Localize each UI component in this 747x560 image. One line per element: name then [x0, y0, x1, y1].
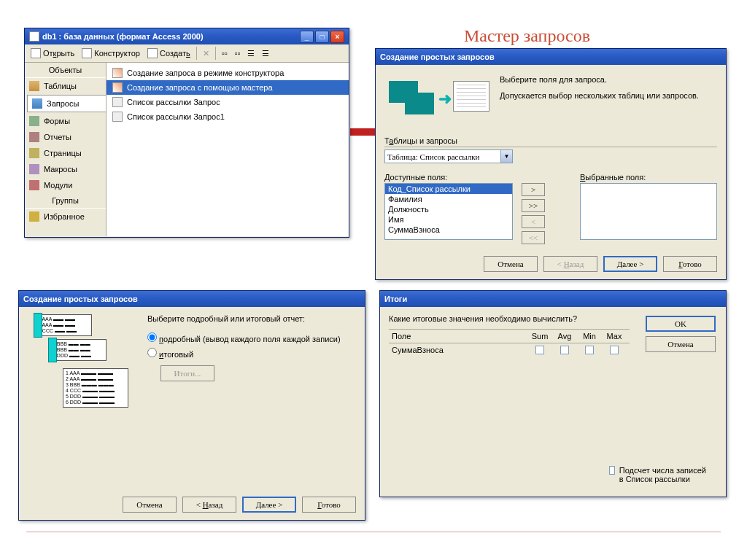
back-button[interactable]: < Назад [182, 497, 236, 513]
sidebar-objects-header: Объекты [25, 63, 106, 78]
tables-icon [29, 81, 39, 91]
sidebar-item-favorites[interactable]: Избранное [25, 209, 106, 225]
list-item[interactable]: Код_Список рассылки [385, 184, 512, 194]
add-button[interactable]: > [522, 183, 545, 196]
next-button[interactable]: Далее > [603, 256, 657, 272]
cancel-button[interactable]: Отмена [123, 497, 177, 513]
new-icon [112, 82, 123, 93]
list-item[interactable]: СуммаВзноса [385, 225, 512, 235]
db-titlebar[interactable]: db1 : база данных (формат Access 2000) _… [25, 28, 349, 44]
create-icon [147, 48, 158, 58]
sidebar-item-tables[interactable]: Таблицы [25, 78, 106, 94]
selected-listbox[interactable] [580, 183, 717, 240]
checkbox-icon [609, 466, 615, 475]
db-sidebar: Объекты Таблицы Запросы Формы Отчеты Стр… [25, 63, 107, 236]
query-icon [112, 112, 123, 122]
view-list-icon[interactable]: ☰ [244, 47, 258, 60]
summary-options-dialog: Итоги Какие итоговые значения необходимо… [379, 290, 727, 497]
remove-button[interactable]: < [522, 215, 545, 228]
wizard-graphic: 1 AAA ▬▬ ▬▬2 AAA ▬▬ ▬▬3 CCC ▬▬ ▬▬ 1 BBB … [28, 314, 130, 411]
wiz1-prompt1: Выберите поля для запроса. [500, 75, 716, 84]
list-item[interactable]: Список рассылки Запрос1 [107, 109, 349, 124]
dropdown-icon[interactable]: ▼ [500, 150, 512, 163]
new-icon [112, 68, 123, 78]
list-item[interactable]: Фамилия [385, 194, 512, 204]
sum-checkbox[interactable] [535, 346, 544, 354]
sidebar-item-macros[interactable]: Макросы [25, 161, 106, 177]
tables-select-input[interactable] [385, 150, 500, 163]
wiz2-question: Выберите подробный или итоговый отчет: [147, 314, 356, 323]
db-toolbar: Открыть Конструктор Создать ✕ ▫▫ ▫▫ ☰ ☰ [25, 44, 349, 63]
list-item[interactable]: Создание запроса с помощью мастера [107, 80, 349, 95]
db-window: db1 : база данных (формат Access 2000) _… [24, 28, 349, 238]
count-records-checkbox[interactable]: Подсчет числа записей в Список рассылки [609, 466, 711, 483]
col-sum: Sum [527, 332, 552, 341]
col-max: Max [602, 332, 627, 341]
maximize-button[interactable]: □ [315, 31, 329, 43]
reports-icon [29, 132, 39, 142]
ok-button[interactable]: OK [646, 316, 716, 332]
cancel-button[interactable]: Отмена [646, 336, 716, 352]
wiz1-titlebar[interactable]: Создание простых запросов [376, 49, 726, 65]
separator [196, 47, 197, 60]
delete-button[interactable]: ✕ [200, 47, 212, 60]
sidebar-item-forms[interactable]: Формы [25, 113, 106, 129]
create-button[interactable]: Создать [144, 47, 193, 60]
wizard-fields-dialog: Создание простых запросов ➜ Выберите пол… [375, 48, 727, 280]
finish-button[interactable]: Готово [663, 256, 717, 272]
wiz3-question: Какие итоговые значения необходимо вычис… [389, 314, 630, 323]
sidebar-item-pages[interactable]: Страницы [25, 145, 106, 161]
design-button[interactable]: Конструктор [79, 47, 143, 60]
sidebar-item-modules[interactable]: Модули [25, 177, 106, 193]
db-title: db1 : база данных (формат Access 2000) [42, 32, 204, 41]
summary-radio[interactable]: итоговый [147, 346, 356, 361]
modules-icon [29, 180, 39, 190]
count-label: Подсчет числа записей в Список рассылки [619, 466, 711, 483]
db-icon [29, 31, 39, 42]
available-label: Доступные поля: [384, 173, 447, 182]
list-item[interactable]: Создание запроса в режиме конструктора [107, 66, 349, 80]
avg-checkbox[interactable] [560, 346, 569, 354]
page-title: Мастер запросов [464, 26, 590, 46]
wiz2-title: Создание простых запросов [23, 295, 138, 303]
add-all-button[interactable]: >> [522, 199, 545, 212]
min-checkbox[interactable] [585, 346, 594, 354]
summary-options-button[interactable]: Итоги... [160, 365, 214, 381]
available-listbox[interactable]: Код_Список рассылки Фамилия Должность Им… [384, 183, 513, 240]
view-small-icon[interactable]: ▫▫ [232, 47, 244, 59]
next-button[interactable]: Далее > [242, 497, 296, 513]
view-details-icon[interactable]: ☰ [259, 47, 272, 60]
cancel-button[interactable]: Отмена [484, 256, 538, 272]
max-checkbox[interactable] [610, 346, 619, 354]
remove-all-button[interactable]: << [522, 231, 545, 244]
connector-line [350, 128, 376, 136]
queries-icon [32, 98, 42, 109]
view-large-icon[interactable]: ▫▫ [219, 47, 231, 59]
wiz1-prompt2: Допускается выбор нескольких таблиц или … [500, 91, 716, 100]
wiz3-titlebar[interactable]: Итоги [380, 291, 726, 307]
finish-button[interactable]: Готово [302, 497, 356, 513]
back-button[interactable]: < Назад [543, 256, 597, 272]
col-field: Поле [389, 332, 527, 341]
summary-grid: Поле Sum Avg Min Max СуммаВзноса [389, 329, 630, 358]
list-item[interactable]: Список рассылки Запрос [107, 95, 349, 109]
wizard-detail-summary-dialog: Создание простых запросов 1 AAA ▬▬ ▬▬2 A… [18, 290, 365, 521]
open-icon [31, 48, 41, 58]
selected-label: Выбранные поля: [580, 173, 646, 182]
list-item[interactable]: Должность [385, 204, 512, 214]
list-item[interactable]: Имя [385, 214, 512, 225]
close-button[interactable]: × [330, 31, 344, 43]
detail-radio[interactable]: подробный (вывод каждого поля каждой зап… [147, 330, 356, 346]
table-row: СуммаВзноса [389, 343, 630, 358]
tables-label: Таблицы и запросы [384, 136, 717, 147]
open-button[interactable]: Открыть [28, 47, 77, 60]
sidebar-item-reports[interactable]: Отчеты [25, 129, 106, 145]
divider [26, 532, 721, 532]
tables-select[interactable]: ▼ [384, 149, 513, 163]
sidebar-item-queries[interactable]: Запросы [27, 95, 106, 112]
minimize-button[interactable]: _ [300, 31, 314, 43]
wiz2-titlebar[interactable]: Создание простых запросов [19, 291, 365, 307]
field-name: СуммаВзноса [389, 346, 527, 356]
forms-icon [29, 116, 39, 126]
wiz1-title: Создание простых запросов [380, 52, 495, 61]
